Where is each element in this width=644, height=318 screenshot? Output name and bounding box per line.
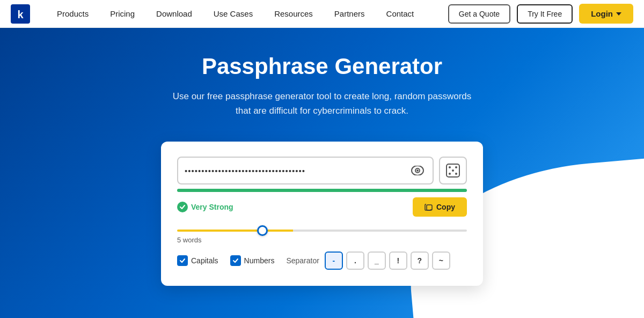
login-button[interactable]: Login — [579, 4, 633, 24]
hero-title: Passphrase Generator — [173, 54, 472, 79]
sep-question-button[interactable]: ? — [411, 252, 429, 270]
separator-options: - . _ ! ? ~ — [325, 252, 450, 270]
password-input-wrap: •••••••••••••••••••••••••••••••••••• — [177, 157, 434, 184]
numbers-checkbox-item[interactable]: Numbers — [230, 255, 275, 266]
sep-exclaim-button[interactable]: ! — [389, 252, 407, 270]
nav-item-products[interactable]: Products — [46, 0, 99, 28]
strength-label: Very Strong — [177, 202, 233, 212]
chevron-down-icon — [616, 12, 621, 16]
hero-content: Passphrase Generator Use our free passph… — [173, 28, 472, 129]
svg-point-7 — [455, 166, 457, 168]
svg-point-4 — [416, 169, 419, 172]
copy-button[interactable]: Copy — [413, 197, 467, 217]
logo[interactable]: k — [11, 4, 30, 24]
hero-section: Passphrase Generator Use our free passph… — [0, 28, 644, 318]
nav-item-contact[interactable]: Contact — [376, 0, 425, 28]
hero-subtitle: Use our free passphrase generator tool t… — [173, 89, 472, 118]
strength-bar-fill — [177, 189, 467, 192]
svg-point-6 — [449, 166, 451, 168]
nav-links: Products Pricing Download Use Cases Reso… — [46, 0, 448, 28]
regenerate-button[interactable] — [439, 157, 467, 184]
try-it-free-button[interactable]: Try It Free — [517, 4, 573, 24]
capitals-checkbox-item[interactable]: Capitals — [177, 255, 218, 266]
eye-icon — [411, 166, 424, 175]
nav-actions: Get a Quote Try It Free Login — [448, 4, 633, 24]
sep-tilde-button[interactable]: ~ — [432, 252, 450, 270]
svg-point-8 — [449, 173, 451, 175]
words-count-label: 5 words — [177, 236, 467, 244]
strength-row: Very Strong Copy — [177, 197, 467, 217]
get-quote-button[interactable]: Get a Quote — [448, 4, 510, 24]
passphrase-card: •••••••••••••••••••••••••••••••••••• — [161, 142, 483, 286]
navbar: k Products Pricing Download Use Cases Re… — [0, 0, 644, 28]
password-row: •••••••••••••••••••••••••••••••••••• — [177, 157, 467, 184]
sep-dot-button[interactable]: . — [346, 252, 364, 270]
copy-icon — [425, 203, 433, 211]
password-value: •••••••••••••••••••••••••••••••••••• — [185, 166, 409, 175]
dice-icon — [445, 163, 460, 178]
options-row: Capitals Numbers Separator - . _ ! ? ~ — [177, 252, 467, 270]
keeper-logo-icon: k — [11, 4, 30, 24]
words-count-slider[interactable] — [177, 230, 467, 232]
svg-point-10 — [452, 169, 454, 172]
nav-item-partners[interactable]: Partners — [324, 0, 376, 28]
words-slider-wrap: 5 words — [177, 224, 467, 244]
numbers-checkbox[interactable] — [230, 255, 241, 266]
svg-text:k: k — [17, 9, 24, 20]
toggle-visibility-button[interactable] — [409, 164, 426, 178]
svg-point-9 — [455, 173, 457, 175]
sep-dash-button[interactable]: - — [325, 252, 343, 270]
capitals-checkbox[interactable] — [177, 255, 188, 266]
nav-item-pricing[interactable]: Pricing — [99, 0, 145, 28]
strength-check-icon — [177, 202, 188, 212]
strength-bar-wrap — [177, 189, 467, 192]
nav-item-use-cases[interactable]: Use Cases — [203, 0, 264, 28]
separator-label: Separator — [286, 256, 319, 265]
nav-item-resources[interactable]: Resources — [264, 0, 324, 28]
sep-underscore-button[interactable]: _ — [368, 252, 386, 270]
nav-item-download[interactable]: Download — [145, 0, 203, 28]
